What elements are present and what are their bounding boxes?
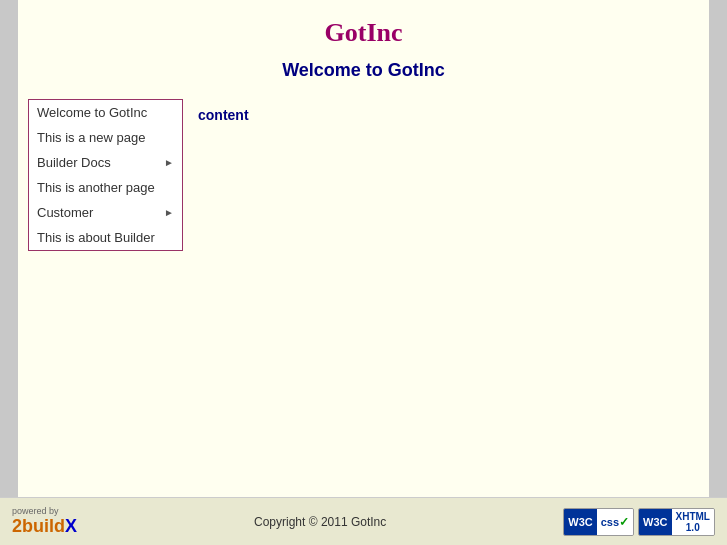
- content-area: Welcome to GotInc This is a new page Bui…: [18, 99, 709, 251]
- page-wrapper: GotInc Welcome to GotInc Welcome to GotI…: [0, 0, 727, 545]
- logo-x: X: [65, 516, 77, 537]
- nav-label-new-page: This is a new page: [37, 130, 145, 145]
- w3c-css-badge[interactable]: W3C css✓: [563, 508, 634, 536]
- right-border: [709, 0, 727, 497]
- nav-item-builder-docs[interactable]: Builder Docs ►: [29, 150, 182, 175]
- w3c-css-label: W3C: [564, 509, 596, 535]
- nav-label-customer: Customer: [37, 205, 93, 220]
- footer-copyright: Copyright © 2011 GotInc: [254, 515, 386, 529]
- content-text: content: [198, 107, 249, 123]
- site-header: GotInc Welcome to GotInc: [18, 0, 709, 99]
- footer-left: powered by 2build X: [12, 506, 77, 537]
- nav-item-another-page[interactable]: This is another page: [29, 175, 182, 200]
- content-layout: GotInc Welcome to GotInc Welcome to GotI…: [0, 0, 727, 497]
- nav-label-builder-docs: Builder Docs: [37, 155, 111, 170]
- nav-label-another-page: This is another page: [37, 180, 155, 195]
- nav-item-customer[interactable]: Customer ►: [29, 200, 182, 225]
- footer-badges: W3C css✓ W3C XHTML 1.0 ✓: [563, 508, 715, 536]
- xhtml-version: 1.0: [686, 522, 700, 533]
- page-heading: Welcome to GotInc: [18, 60, 709, 81]
- footer-logo: 2build X: [12, 516, 77, 537]
- nav-label-about-builder: This is about Builder: [37, 230, 155, 245]
- nav-label-welcome: Welcome to GotInc: [37, 105, 147, 120]
- submenu-arrow-builder-docs: ►: [164, 157, 174, 168]
- nav-menu: Welcome to GotInc This is a new page Bui…: [28, 99, 183, 251]
- site-footer: powered by 2build X Copyright © 2011 Got…: [0, 497, 727, 545]
- xhtml-checkmark: ✓: [688, 533, 698, 536]
- css-label: css✓: [597, 509, 633, 535]
- w3c-xhtml-label: W3C: [639, 509, 671, 535]
- css-checkmark: ✓: [619, 515, 629, 529]
- logo-2build: 2build: [12, 516, 65, 537]
- xhtml-text: XHTML: [676, 511, 710, 522]
- nav-item-welcome[interactable]: Welcome to GotInc: [29, 100, 182, 125]
- nav-item-about-builder[interactable]: This is about Builder: [29, 225, 182, 250]
- xhtml-label: XHTML 1.0 ✓: [672, 509, 714, 535]
- powered-by-text: powered by: [12, 506, 59, 516]
- nav-item-new-page[interactable]: This is a new page: [29, 125, 182, 150]
- left-border: [0, 0, 18, 497]
- page-content: content: [183, 99, 249, 251]
- submenu-arrow-customer: ►: [164, 207, 174, 218]
- site-title: GotInc: [18, 18, 709, 48]
- main-content: GotInc Welcome to GotInc Welcome to GotI…: [18, 0, 709, 497]
- w3c-xhtml-badge[interactable]: W3C XHTML 1.0 ✓: [638, 508, 715, 536]
